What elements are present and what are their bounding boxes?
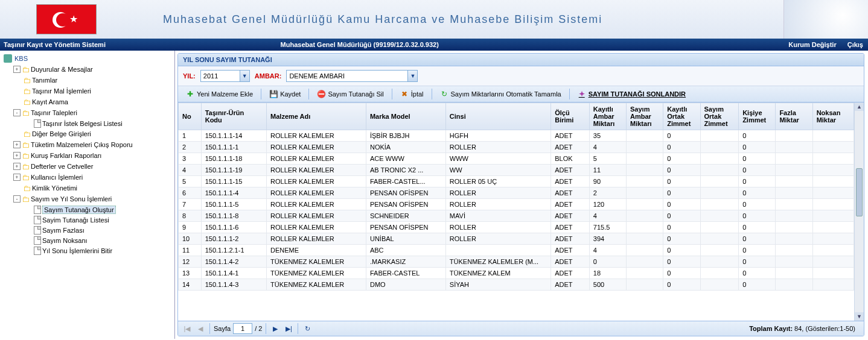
- cell-sam[interactable]: [627, 165, 663, 176]
- tree-item[interactable]: +🗀Duyurular & Mesajlar: [1, 64, 173, 75]
- cell-soz[interactable]: [700, 176, 739, 187]
- scroll-down-icon[interactable]: ▼: [855, 312, 864, 321]
- cell-mar[interactable]: PENSAN OFİSPEN: [366, 222, 445, 233]
- cell-no[interactable]: 7: [179, 199, 202, 210]
- cell-cin[interactable]: ROLLER: [445, 187, 550, 199]
- cell-olb[interactable]: ADET: [551, 245, 590, 256]
- year-input[interactable]: [201, 71, 240, 81]
- cell-kz[interactable]: 0: [739, 279, 776, 291]
- cell-mal[interactable]: DENEME: [267, 245, 366, 256]
- expand-icon[interactable]: +: [13, 66, 21, 73]
- cell-kod[interactable]: 150.1.1.4-2: [201, 256, 266, 268]
- cell-mar[interactable]: ACE WWW: [366, 153, 445, 165]
- delete-report-button[interactable]: ⛔Sayım Tutanağı Sil: [313, 88, 388, 100]
- cell-mar[interactable]: PENSAN OFİSPEN: [366, 199, 445, 210]
- cell-kz[interactable]: 0: [739, 233, 776, 245]
- tree-root[interactable]: KBS: [1, 53, 173, 64]
- cell-mar[interactable]: ABC: [366, 245, 445, 256]
- cell-nm[interactable]: [812, 222, 854, 233]
- data-grid[interactable]: No Taşınır-Ürün Kodu Malzeme Adı Marka M…: [178, 102, 854, 321]
- cell-mal[interactable]: ROLLER KALEMLER: [267, 176, 366, 187]
- cell-soz[interactable]: [700, 279, 739, 291]
- cell-koz[interactable]: 0: [663, 142, 700, 153]
- cell-sam[interactable]: [627, 142, 663, 153]
- cell-kod[interactable]: 150.1.1.1-2: [201, 233, 266, 245]
- cell-kz[interactable]: 0: [739, 187, 776, 199]
- expand-icon[interactable]: -: [13, 195, 21, 203]
- cell-mar[interactable]: PENSAN OFİSPEN: [366, 187, 445, 199]
- cell-olb[interactable]: ADET: [551, 199, 590, 210]
- cell-kam[interactable]: 4: [589, 245, 626, 256]
- cell-sam[interactable]: [627, 130, 663, 142]
- cell-sam[interactable]: [627, 187, 663, 199]
- cell-sam[interactable]: [627, 199, 663, 210]
- col-olb[interactable]: Ölçü Birimi: [551, 103, 590, 130]
- table-row[interactable]: 7150.1.1.1-5ROLLER KALEMLERPENSAN OFİSPE…: [179, 199, 854, 210]
- cell-mal[interactable]: TÜKENMEZ KALEMLER: [267, 279, 366, 291]
- col-kod[interactable]: Taşınır-Ürün Kodu: [201, 103, 266, 130]
- cell-kam[interactable]: 5: [589, 153, 626, 165]
- cell-cin[interactable]: [445, 245, 550, 256]
- expand-icon[interactable]: -: [13, 109, 21, 116]
- cell-kod[interactable]: 150.1.1.1-8: [201, 210, 266, 222]
- cell-nm[interactable]: [812, 233, 854, 245]
- cell-fm[interactable]: [776, 176, 812, 187]
- table-row[interactable]: 10150.1.1.1-2ROLLER KALEMLERUNİBALROLLER…: [179, 233, 854, 245]
- cell-cin[interactable]: ROLLER: [445, 199, 550, 210]
- cell-cin[interactable]: ROLLER: [445, 222, 550, 233]
- cell-olb[interactable]: ADET: [551, 210, 590, 222]
- expand-icon[interactable]: +: [13, 174, 21, 181]
- cell-no[interactable]: 1: [179, 130, 202, 142]
- expand-icon[interactable]: +: [13, 163, 21, 170]
- cell-kod[interactable]: 150.1.1.4-3: [201, 279, 266, 291]
- cell-kod[interactable]: 150.1.1.1-1: [201, 142, 266, 153]
- col-fm[interactable]: Fazla Miktar: [776, 103, 812, 130]
- cell-sam[interactable]: [627, 233, 663, 245]
- cell-kod[interactable]: 150.1.1.1-18: [201, 153, 266, 165]
- first-page-button[interactable]: |◀: [182, 323, 193, 334]
- cell-no[interactable]: 10: [179, 233, 202, 245]
- next-page-button[interactable]: ▶: [270, 323, 281, 334]
- cell-no[interactable]: 5: [179, 176, 202, 187]
- cell-olb[interactable]: BLOK: [551, 153, 590, 165]
- logout-link[interactable]: Çıkış: [847, 41, 863, 48]
- cell-no[interactable]: 4: [179, 165, 202, 176]
- cell-kod[interactable]: 150.1.1.1-14: [201, 130, 266, 142]
- cell-olb[interactable]: ADET: [551, 130, 590, 142]
- cell-sam[interactable]: [627, 153, 663, 165]
- cell-nm[interactable]: [812, 176, 854, 187]
- cell-olb[interactable]: ADET: [551, 268, 590, 279]
- cell-koz[interactable]: 0: [663, 165, 700, 176]
- expand-icon[interactable]: +: [13, 141, 21, 148]
- tree-item[interactable]: Sayım Tutanağı Oluştur: [1, 204, 173, 215]
- cell-koz[interactable]: 0: [663, 279, 700, 291]
- cell-kam[interactable]: 0: [589, 256, 626, 268]
- auto-fill-button[interactable]: ↻Sayım Miktarlarını Otomatik Tamamla: [436, 88, 566, 100]
- cell-no[interactable]: 12: [179, 256, 202, 268]
- col-no[interactable]: No: [179, 103, 202, 130]
- cell-mar[interactable]: İŞBİR BJBJH: [366, 130, 445, 142]
- cell-mal[interactable]: ROLLER KALEMLER: [267, 165, 366, 176]
- cell-koz[interactable]: 0: [663, 210, 700, 222]
- tree-item[interactable]: +🗀Kullanıcı İşlemleri: [1, 172, 173, 183]
- cell-kod[interactable]: 150.1.1.2.1-1: [201, 245, 266, 256]
- cell-fm[interactable]: [776, 187, 812, 199]
- cell-kod[interactable]: 150.1.1.1-5: [201, 199, 266, 210]
- cell-fm[interactable]: [776, 233, 812, 245]
- cell-soz[interactable]: [700, 187, 739, 199]
- save-button[interactable]: 💾Kaydet: [265, 88, 305, 100]
- cell-nm[interactable]: [812, 130, 854, 142]
- cell-fm[interactable]: [776, 279, 812, 291]
- tree-item[interactable]: 🗀Kayıt Arama: [1, 96, 173, 107]
- cell-mal[interactable]: ROLLER KALEMLER: [267, 233, 366, 245]
- tree-item[interactable]: 🗀Diğer Belge Girişleri: [1, 128, 173, 139]
- cell-mal[interactable]: ROLLER KALEMLER: [267, 222, 366, 233]
- table-row[interactable]: 1150.1.1.1-14ROLLER KALEMLERİŞBİR BJBJHH…: [179, 130, 854, 142]
- cell-kam[interactable]: 90: [589, 176, 626, 187]
- cell-mar[interactable]: FABER-CASTEL...: [366, 176, 445, 187]
- cell-koz[interactable]: 0: [663, 245, 700, 256]
- cell-soz[interactable]: [700, 222, 739, 233]
- cell-cin[interactable]: WW: [445, 165, 550, 176]
- cell-kod[interactable]: 150.1.1.1-19: [201, 165, 266, 176]
- cell-nm[interactable]: [812, 256, 854, 268]
